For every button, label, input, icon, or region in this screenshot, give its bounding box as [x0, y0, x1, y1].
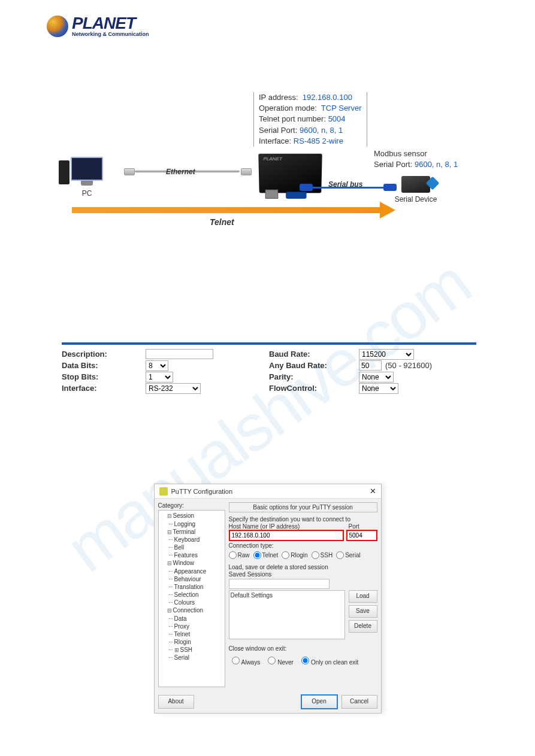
label-description: Description: — [62, 350, 146, 359]
network-diagram: IP address: 192.168.0.100 Operation mode… — [0, 97, 535, 277]
pc-icon: PC — [71, 157, 103, 198]
serial-device-icon — [401, 176, 430, 193]
telnet-label: Telnet — [210, 217, 234, 227]
select-flow[interactable]: None — [359, 383, 398, 394]
select-baud[interactable]: 115200 — [359, 349, 414, 360]
load-button[interactable]: Load — [349, 590, 377, 603]
input-description[interactable] — [146, 349, 213, 359]
separator — [62, 342, 476, 345]
sensor-info-box: Modbus sensor Serial Port: 9600, n, 8, 1 — [374, 148, 458, 170]
conn-type-label: Connection type: — [229, 542, 377, 549]
exit-label: Close window on exit: — [229, 645, 377, 652]
label-flow: FlowControl: — [269, 384, 359, 393]
host-input[interactable] — [229, 530, 344, 541]
radio-serial[interactable] — [336, 551, 344, 559]
putty-titlebar: PuTTY Configuration ✕ — [155, 484, 381, 499]
putty-title: PuTTY Configuration — [171, 488, 370, 495]
saved-session-input[interactable] — [229, 579, 330, 589]
save-button[interactable]: Save — [349, 605, 377, 618]
radio-raw[interactable] — [229, 551, 237, 559]
pc-label: PC — [71, 189, 103, 198]
radio-never[interactable] — [268, 657, 276, 664]
logo-name: PLANET — [72, 15, 149, 32]
logo-tagline: Networking & Communication — [72, 32, 149, 37]
serial-connector-icon — [300, 184, 313, 191]
label-baud: Baud Rate: — [269, 350, 359, 359]
saved-sessions-label: Saved Sessions — [229, 571, 377, 578]
logo: PLANET Networking & Communication — [0, 0, 535, 37]
about-button[interactable]: About — [158, 695, 194, 709]
delete-button[interactable]: Delete — [349, 620, 377, 633]
load-save-label: Load, save or delete a stored session — [229, 564, 377, 570]
input-any-baud[interactable] — [359, 360, 382, 371]
putty-dialog: PuTTY Configuration ✕ Category: ⊟Session… — [154, 484, 382, 714]
select-parity[interactable]: None — [359, 372, 394, 382]
label-parity: Parity: — [269, 372, 359, 381]
select-stop-bits[interactable]: 1 — [146, 372, 173, 382]
label-data-bits: Data Bits: — [62, 361, 146, 370]
serial-bus-label: Serial bus — [328, 180, 362, 189]
open-button[interactable]: Open — [301, 694, 338, 709]
select-interface[interactable]: RS-232 — [146, 383, 201, 394]
category-label: Category: — [158, 502, 225, 509]
label-any-baud: Any Baud Rate: — [269, 361, 359, 370]
radio-ssh[interactable] — [312, 551, 319, 559]
radio-rlogin[interactable] — [282, 551, 289, 559]
radio-always[interactable] — [232, 657, 240, 664]
device-info-box: IP address: 192.168.0.100 Operation mode… — [253, 92, 367, 147]
serial-connector-icon — [383, 184, 397, 191]
label-stop-bits: Stop Bits: — [62, 372, 146, 381]
label-interface: Interface: — [62, 384, 146, 393]
host-label: Host Name (or IP address) — [229, 523, 346, 530]
session-list[interactable]: Default Settings — [229, 590, 345, 639]
baud-range: (50 - 921600) — [385, 361, 432, 370]
cancel-button[interactable]: Cancel — [341, 695, 377, 709]
panel-title: Basic options for your PuTTY session — [229, 502, 377, 512]
serial-device-label: Serial Device — [392, 195, 440, 204]
radio-telnet[interactable] — [253, 551, 261, 559]
dest-label: Specify the destination you want to conn… — [229, 516, 377, 523]
category-tree[interactable]: ⊟Session Logging ⊟Terminal KeyboardBellF… — [158, 510, 225, 687]
serial-form: Description: Data Bits:8 Stop Bits:1 Int… — [62, 348, 476, 394]
select-data-bits[interactable]: 8 — [146, 360, 168, 371]
conn-type-radios: Raw Telnet Rlogin SSH Serial — [229, 551, 377, 559]
logo-globe-icon — [47, 16, 68, 37]
ethernet-label: Ethernet — [166, 168, 195, 176]
port-label: Port — [349, 523, 377, 530]
putty-app-icon — [159, 487, 168, 496]
connector-icon — [124, 168, 135, 175]
port-input[interactable] — [346, 530, 377, 541]
close-icon[interactable]: ✕ — [370, 487, 376, 496]
connector-icon — [241, 168, 252, 175]
radio-clean[interactable] — [301, 657, 309, 664]
telnet-arrow-icon — [72, 207, 395, 213]
